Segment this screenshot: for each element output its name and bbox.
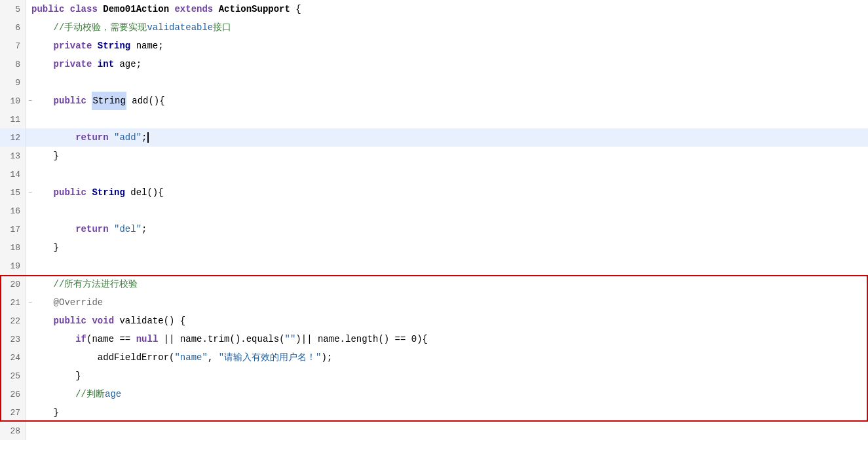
line-number-9: 9 — [0, 73, 26, 92]
brace-18: } — [31, 238, 59, 257]
comment-6: //手动校验，需要实现validateable接口 — [31, 18, 231, 37]
line-number-14: 14 — [0, 165, 26, 183]
code-line-8: 8 private int age; — [0, 55, 868, 73]
line-content-16 — [26, 202, 868, 220]
or-23: || — [164, 330, 180, 348]
brace-open: { — [295, 0, 301, 18]
annotation-override: @Override — [31, 293, 103, 312]
code-line-23: 23 if ( name == null || name.trim().equa… — [0, 330, 868, 348]
code-line-20: 20 //所有方法进行校验 — [0, 275, 868, 293]
code-line-27: 27 } — [0, 403, 868, 422]
addfielderror-24: addFieldError( — [98, 348, 175, 367]
line-content-17: return "del" ; — [26, 220, 868, 238]
line-number-15: 15 − — [0, 183, 26, 202]
line-number-18: 18 — [0, 238, 26, 257]
keyword-public: public — [31, 0, 70, 18]
line-number-11: 11 — [0, 110, 26, 128]
code-line-28: 28 — [0, 422, 868, 440]
class-actionsupport: ActionSupport — [219, 0, 296, 18]
code-line-26: 26 //判断age — [0, 385, 868, 403]
keyword-if-23: if — [75, 330, 86, 348]
string-del: "del" — [114, 220, 142, 238]
code-line-9: 9 — [0, 73, 868, 92]
indent-27: } — [31, 403, 59, 422]
keyword-return-17: return — [75, 220, 114, 238]
keyword-return-12: return — [75, 128, 114, 147]
code-line-16: 16 — [0, 202, 868, 220]
code-line-25: 25 } — [0, 367, 868, 385]
fold-15[interactable]: − — [28, 189, 32, 196]
fold-21[interactable]: − — [28, 299, 32, 306]
line-content-13: } — [26, 147, 868, 165]
text-cursor — [147, 132, 149, 143]
line-number-6: 6 — [0, 18, 26, 37]
semicolon-17: ; — [142, 220, 147, 238]
string-add: "add" — [114, 128, 142, 147]
line-number-13: 13 — [0, 147, 26, 165]
line-number-25: 25 — [0, 367, 26, 385]
line-number-27: 27 — [0, 403, 26, 422]
line-content-6: //手动校验，需要实现validateable接口 — [26, 18, 868, 37]
class-demo01action: Demo01Action — [103, 0, 174, 18]
line-number-28: 28 — [0, 422, 26, 440]
keyword-private-8: private — [54, 55, 98, 73]
line-content-7: private String name; — [26, 37, 868, 55]
string-empty-23: "" — [285, 330, 296, 348]
indent-23 — [31, 330, 75, 348]
line-content-27: } — [26, 403, 868, 422]
line-content-19 — [26, 257, 868, 275]
code-line-13: 13 } — [0, 147, 868, 165]
indent-7 — [31, 37, 54, 55]
line-number-19: 19 — [0, 257, 26, 275]
code-lines: 5 public class Demo01Action extends Acti… — [0, 0, 868, 440]
code-line-17: 17 return "del" ; — [0, 220, 868, 238]
type-string-7: String — [98, 37, 136, 55]
keyword-extends: extends — [174, 0, 218, 18]
line-content-26: //判断age — [26, 385, 868, 403]
line-content-22: public void validate() { — [26, 312, 868, 330]
string-name-24: "name" — [174, 348, 207, 367]
line-content-8: private int age; — [26, 55, 868, 73]
close-24: ); — [322, 348, 333, 367]
name-var: name; — [136, 37, 164, 55]
code-line-12: 12 return "add" ; — [0, 128, 868, 147]
line-number-16: 16 — [0, 202, 26, 220]
indent-15 — [31, 183, 54, 202]
line-content-14 — [26, 165, 868, 183]
line-number-5: 5 — [0, 0, 26, 18]
code-line-11: 11 — [0, 110, 868, 128]
paren-open-23: ( — [86, 330, 92, 348]
indent-25: } — [31, 367, 81, 385]
line-content-10: public String add(){ — [26, 92, 868, 110]
line-content-21: @Override — [26, 293, 868, 312]
indent-22 — [31, 312, 54, 330]
eq-eq-23: == — [119, 330, 136, 348]
type-int-8: int — [98, 55, 120, 73]
line-number-21: 21 − — [0, 293, 26, 312]
line-number-17: 17 — [0, 220, 26, 238]
keyword-public-22: public — [54, 312, 92, 330]
code-line-5: 5 public class Demo01Action extends Acti… — [0, 0, 868, 18]
semicolon-12: ; — [142, 128, 147, 147]
line-content-12: return "add" ; — [26, 128, 868, 147]
type-string-15: String — [92, 183, 130, 202]
code-editor: 5 public class Demo01Action extends Acti… — [0, 0, 868, 476]
code-line-19: 19 — [0, 257, 868, 275]
indent-24 — [31, 348, 98, 367]
indent-10 — [31, 92, 54, 110]
code-line-7: 7 private String name; — [0, 37, 868, 55]
indent-17 — [31, 220, 75, 238]
code-line-21: 21 − @Override — [0, 293, 868, 312]
string-msg-24: "请输入有效的用户名！" — [219, 348, 322, 367]
indent-8 — [31, 55, 54, 73]
name-trim-23: name.trim().equals( — [180, 330, 285, 348]
keyword-null-23: null — [136, 330, 164, 348]
line-content-20: //所有方法进行校验 — [26, 275, 868, 293]
fold-10[interactable]: − — [28, 98, 32, 105]
keyword-class: class — [70, 0, 103, 18]
line-number-12: 12 — [0, 128, 26, 147]
keyword-public-10: public — [54, 92, 92, 110]
code-line-18: 18 } — [0, 238, 868, 257]
code-line-10: 10 − public String add(){ — [0, 92, 868, 110]
keyword-void-22: void — [92, 312, 119, 330]
